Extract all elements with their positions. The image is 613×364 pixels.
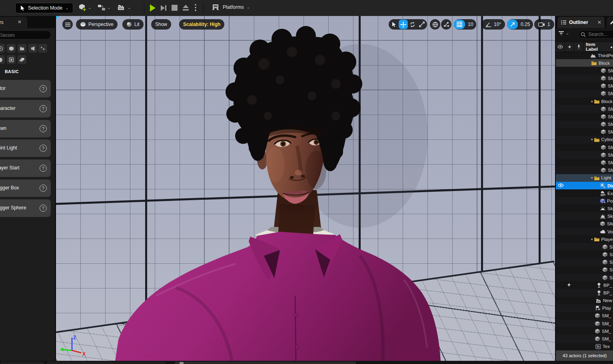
category-lights-icon[interactable] (28, 44, 37, 53)
outliner-row[interactable]: SM (556, 113, 613, 120)
place-actor-item-player-start[interactable]: Player Start? (0, 159, 51, 177)
visibility-column-header[interactable] (556, 42, 565, 52)
cmd-console-button[interactable] (47, 362, 166, 364)
outliner-row[interactable]: SM_ (556, 312, 613, 320)
outliner-row[interactable]: SM (556, 143, 613, 151)
outliner-row[interactable]: SM (556, 274, 613, 281)
grid-snap-control[interactable]: 10 (454, 19, 476, 30)
outliner-row[interactable]: SM (556, 67, 613, 74)
outliner-row[interactable]: SM (556, 266, 613, 274)
add-actor-button[interactable]: ⌄ (78, 3, 91, 12)
scale-snap-control[interactable]: 0.25 (507, 19, 533, 30)
perspective-dropdown[interactable]: Perspective (76, 19, 118, 30)
outliner-row[interactable]: Block (556, 59, 613, 67)
close-icon[interactable]: ✕ (597, 20, 601, 25)
outliner-row[interactable]: ThirdPerson (556, 52, 613, 59)
platforms-dropdown[interactable]: Platforms ⌄ (211, 3, 250, 11)
eject-button[interactable] (182, 4, 190, 12)
eye-icon[interactable] (558, 183, 564, 188)
show-dropdown[interactable]: Show (151, 19, 171, 30)
blueprints-button[interactable]: ⌄ (97, 3, 110, 12)
details-tab-partial[interactable] (607, 17, 613, 28)
place-actor-item-point-light[interactable]: Point Light? (0, 139, 51, 157)
outliner-row[interactable]: Pos (556, 197, 613, 205)
place-actor-item-character[interactable]: Character? (0, 100, 51, 117)
outliner-row[interactable]: SM_ (556, 320, 613, 327)
viewport-menu-button[interactable] (62, 19, 73, 30)
cinematics-button[interactable]: ⌄ (117, 3, 131, 12)
pin-column-header[interactable] (574, 42, 583, 52)
outliner-filter-button[interactable]: ⌄ (558, 31, 569, 36)
outliner-row[interactable]: SM (556, 151, 613, 159)
expand-arrow-icon[interactable]: ▾ (591, 176, 593, 180)
expand-arrow-icon[interactable]: ▾ (591, 99, 593, 103)
outliner-row[interactable]: New (556, 297, 613, 304)
star-icon[interactable] (567, 282, 571, 287)
outliner-row[interactable]: SM (556, 159, 613, 166)
star-column-header[interactable] (565, 42, 574, 52)
rotate-tool-button[interactable] (408, 20, 417, 29)
play-button[interactable] (149, 4, 157, 12)
outliner-row[interactable]: SM (556, 121, 613, 128)
move-tool-button[interactable] (399, 20, 408, 29)
camera-speed-control[interactable]: 1 (534, 19, 554, 30)
select-tool-button[interactable] (389, 20, 399, 29)
outliner-row[interactable]: SM (556, 259, 613, 266)
outliner-row[interactable]: SM (556, 251, 613, 258)
place-actor-item-pawn[interactable]: Pawn? (0, 120, 51, 137)
category-all-classes-icon[interactable] (18, 55, 26, 64)
outliner-row[interactable]: Sky (556, 213, 613, 220)
outliner-row[interactable]: ▾Block (556, 97, 613, 105)
selection-mode-dropdown[interactable]: Selection Mode ⌄ (15, 3, 73, 13)
search-classes-input[interactable] (0, 30, 51, 40)
outliner-row[interactable]: TtTex (556, 343, 613, 350)
outliner-row[interactable]: SM_ (556, 335, 613, 342)
character-actor[interactable] (56, 16, 555, 361)
expand-arrow-icon[interactable]: ▾ (591, 137, 593, 141)
viewport-3d[interactable]: Perspective Lit Show Scalability: High 1… (56, 16, 555, 361)
place-actor-item-actor[interactable]: Actor? (0, 80, 51, 97)
outliner-row[interactable]: Play (556, 304, 613, 312)
outliner-row[interactable]: SM (556, 105, 613, 113)
outliner-row[interactable]: Sky (556, 205, 613, 212)
scalability-button[interactable]: Scalability: High (179, 19, 224, 30)
outliner-row[interactable]: SM (556, 220, 613, 228)
expand-arrow-icon[interactable]: ▾ (591, 237, 593, 241)
scale-tool-button[interactable] (417, 20, 426, 29)
item-label-column-header[interactable]: Item Label ▲ (583, 42, 613, 52)
outliner-row[interactable]: Exp (556, 189, 613, 197)
place-actor-item-trigger-box[interactable]: Trigger Box? (0, 179, 51, 197)
category-geometry-icon[interactable] (0, 55, 5, 64)
outliner-row[interactable]: Vol (556, 228, 613, 235)
outliner-search-input[interactable] (578, 30, 613, 39)
outliner-row[interactable]: ▾Playe (556, 235, 613, 243)
place-actor-item-trigger-sphere[interactable]: Trigger Sphere? (0, 199, 51, 217)
outliner-row[interactable]: SM (556, 82, 613, 90)
outliner-row[interactable]: BP_ (556, 289, 613, 296)
outliner-row[interactable]: SM (556, 75, 613, 82)
category-cinematic-icon[interactable] (18, 44, 26, 53)
outliner-row[interactable]: BP_ (556, 281, 613, 289)
play-options-kebab[interactable] (194, 4, 197, 12)
outliner-row[interactable]: SM_ (556, 327, 613, 335)
outliner-tab[interactable]: Outliner ✕ (557, 17, 605, 28)
outliner-row[interactable]: ▾Cylind (556, 136, 613, 143)
rotation-snap-control[interactable]: 10° (481, 19, 505, 30)
output-log-button[interactable] (1, 362, 44, 364)
outliner-row[interactable]: SM (556, 90, 613, 97)
outliner-row[interactable]: ▾Light (556, 174, 613, 182)
world-local-toggle[interactable] (430, 19, 440, 30)
outliner-row[interactable]: SM (556, 243, 613, 251)
close-icon[interactable]: ✕ (18, 19, 22, 25)
lit-dropdown[interactable]: Lit (122, 19, 144, 30)
category-recently-placed-icon[interactable] (0, 44, 5, 53)
outliner-row[interactable]: SM (556, 167, 613, 174)
category-volumes-icon[interactable] (7, 55, 16, 64)
surface-snapping-button[interactable] (441, 19, 451, 30)
stop-button[interactable] (171, 4, 178, 11)
category-basic-icon[interactable] (7, 44, 16, 53)
outliner-row[interactable]: SM (556, 128, 613, 136)
place-actors-tab[interactable]: Place Actors ✕ (0, 17, 27, 28)
content-drawer-button[interactable] (175, 362, 356, 364)
outliner-row[interactable]: Dir (556, 182, 613, 189)
